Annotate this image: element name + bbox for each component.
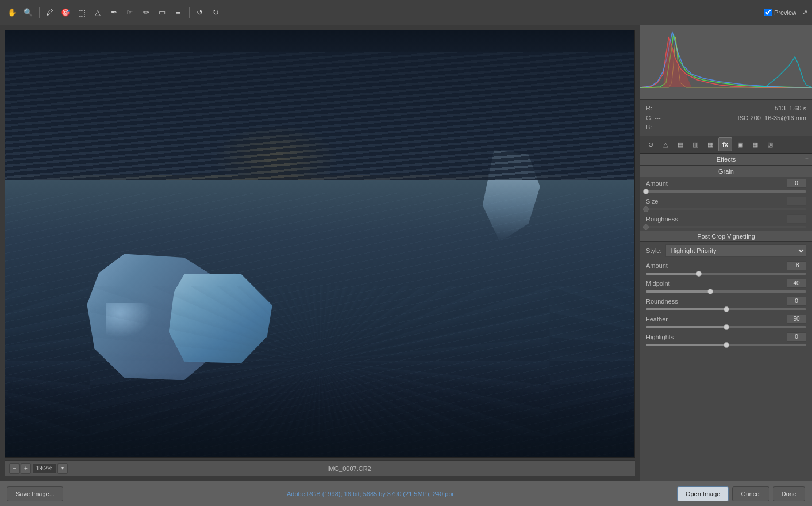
undo-tool[interactable]: ↺ <box>192 5 207 20</box>
aperture-shutter: f/13 1.60 s <box>738 103 806 113</box>
color-sampler-tool[interactable]: 🎯 <box>58 5 73 20</box>
image-area: − + 19.2% ▾ IMG_0007.CR2 <box>0 25 640 481</box>
eyedropper-tool[interactable]: 🖊 <box>42 5 57 20</box>
feather-slider[interactable] <box>646 326 806 328</box>
panel-icons: ⊙ △ ▤ ▥ ▦ fx ▣ ▦ ▧ <box>640 136 812 154</box>
grain-section-header: Grain <box>640 166 812 177</box>
vignette-amount-slider[interactable] <box>646 273 806 275</box>
image-bottom-bar: − + 19.2% ▾ IMG_0007.CR2 <box>5 460 635 476</box>
highlights-slider[interactable] <box>646 344 806 346</box>
feather-thumb[interactable] <box>724 324 729 330</box>
feather-row: Feather 50 <box>640 313 812 325</box>
zoom-dropdown[interactable]: ▾ <box>57 463 68 474</box>
roundness-value[interactable]: 0 <box>787 297 806 306</box>
feather-label: Feather <box>646 316 686 323</box>
size-value <box>787 197 806 206</box>
highlights-label: Highlights <box>646 334 686 340</box>
roundness-slider-row <box>640 308 812 313</box>
main-area: − + 19.2% ▾ IMG_0007.CR2 <box>0 25 812 481</box>
presets-btn[interactable]: ▧ <box>763 137 777 151</box>
grain-amount-slider[interactable] <box>646 190 806 193</box>
b-value: B: --- <box>646 122 661 132</box>
done-button[interactable]: Done <box>773 486 805 501</box>
hsl-btn[interactable]: ▤ <box>674 137 687 151</box>
straighten-tool[interactable]: △ <box>90 5 105 20</box>
feather-value[interactable]: 50 <box>787 315 806 324</box>
roundness-slider[interactable] <box>646 308 806 310</box>
midpoint-thumb[interactable] <box>707 289 713 294</box>
roundness-label: Roundness <box>646 298 686 305</box>
preview-checkbox[interactable] <box>764 9 772 16</box>
bottom-bar: Save Image... Adobe RGB (1998); 16 bit; … <box>0 481 812 506</box>
filter-tool[interactable]: ▭ <box>155 5 170 20</box>
heal-tool[interactable]: ☞ <box>122 5 137 20</box>
tone-curve-btn[interactable]: △ <box>659 137 672 151</box>
midpoint-slider[interactable] <box>646 290 806 293</box>
grain-amount-row: Amount 0 <box>640 177 812 190</box>
roundness-fill <box>646 308 726 310</box>
highlights-slider-row <box>640 343 812 348</box>
detail-btn[interactable]: ▦ <box>703 137 717 151</box>
zoom-in-button[interactable]: + <box>21 463 31 474</box>
midpoint-label: Midpoint <box>646 280 686 287</box>
brush-tool[interactable]: ✏ <box>138 5 153 20</box>
split-tone-btn[interactable]: ▥ <box>688 137 702 151</box>
zoom-level: 19.2% <box>32 463 56 474</box>
vignette-amount-value[interactable]: -8 <box>787 261 806 270</box>
roundness-thumb[interactable] <box>724 306 729 312</box>
roughness-slider[interactable] <box>646 226 806 228</box>
roughness-thumb[interactable] <box>643 224 649 230</box>
crop-tool[interactable]: ⬚ <box>74 5 89 20</box>
adjustment-brush[interactable]: ≡ <box>171 5 186 20</box>
redo-tool[interactable]: ↻ <box>208 5 223 20</box>
camera-calibrate-btn[interactable]: ▦ <box>748 137 762 151</box>
midpoint-fill <box>646 290 710 293</box>
lens-correct-btn[interactable]: ▣ <box>733 137 747 151</box>
midpoint-value[interactable]: 40 <box>787 279 806 288</box>
preview-label[interactable]: Preview <box>774 9 796 16</box>
rgb-values: R: --- G: --- B: --- <box>646 103 661 132</box>
vignette-amount-thumb[interactable] <box>696 271 702 277</box>
highlights-thumb[interactable] <box>724 342 729 348</box>
open-image-button[interactable]: Open Image <box>677 486 729 501</box>
vignette-amount-row: Amount -8 <box>640 259 812 272</box>
toolbar: ✋ 🔍 🖊 🎯 ⬚ △ ✒ ☞ ✏ ▭ ≡ ↺ ↻ Preview ↗ <box>0 0 812 25</box>
photo-background <box>5 30 634 457</box>
highlights-value[interactable]: 0 <box>787 332 806 342</box>
foreground-dark <box>5 372 634 457</box>
tool-separator-1 <box>39 7 40 18</box>
basic-panel-btn[interactable]: ⊙ <box>644 137 657 151</box>
hand-tool[interactable]: ✋ <box>5 5 20 20</box>
grain-amount-thumb[interactable] <box>643 189 649 194</box>
size-row: Size <box>640 195 812 208</box>
size-slider[interactable] <box>646 208 806 210</box>
zoom-out-button[interactable]: − <box>9 463 20 474</box>
grain-amount-label: Amount <box>646 180 686 187</box>
style-select[interactable]: Highlight Priority Color Priority Paint … <box>665 244 806 257</box>
post-crop-header: Post Crop Vignetting <box>640 231 812 242</box>
grain-amount-slider-row <box>640 190 812 195</box>
expand-icon[interactable]: ↗ <box>802 9 807 16</box>
save-button[interactable]: Save Image... <box>7 486 63 501</box>
style-row: Style: Highlight Priority Color Priority… <box>640 242 812 259</box>
feather-fill <box>646 326 726 328</box>
vignette-amount-label: Amount <box>646 262 686 269</box>
grain-amount-value[interactable]: 0 <box>787 179 806 188</box>
histogram-area <box>640 25 812 100</box>
grain-title: Grain <box>718 168 734 175</box>
histogram-chart <box>640 25 812 89</box>
zoom-tool[interactable]: 🔍 <box>21 5 36 20</box>
roughness-slider-row <box>640 225 812 231</box>
midpoint-slider-row <box>640 290 812 295</box>
size-thumb[interactable] <box>643 206 649 212</box>
feather-slider-row <box>640 325 812 331</box>
panel-menu-icon[interactable]: ≡ <box>805 156 809 162</box>
cancel-button[interactable]: Cancel <box>732 486 769 501</box>
iso-lens: ISO 200 16-35@16 mm <box>738 113 806 123</box>
vignette-amount-slider-row <box>640 272 812 277</box>
image-canvas[interactable] <box>5 30 635 458</box>
transform-tool[interactable]: ✒ <box>106 5 121 20</box>
fx-btn[interactable]: fx <box>718 137 732 151</box>
info-link[interactable]: Adobe RGB (1998); 16 bit; 5685 by 3790 (… <box>63 490 677 497</box>
cloud-layer <box>5 52 634 180</box>
